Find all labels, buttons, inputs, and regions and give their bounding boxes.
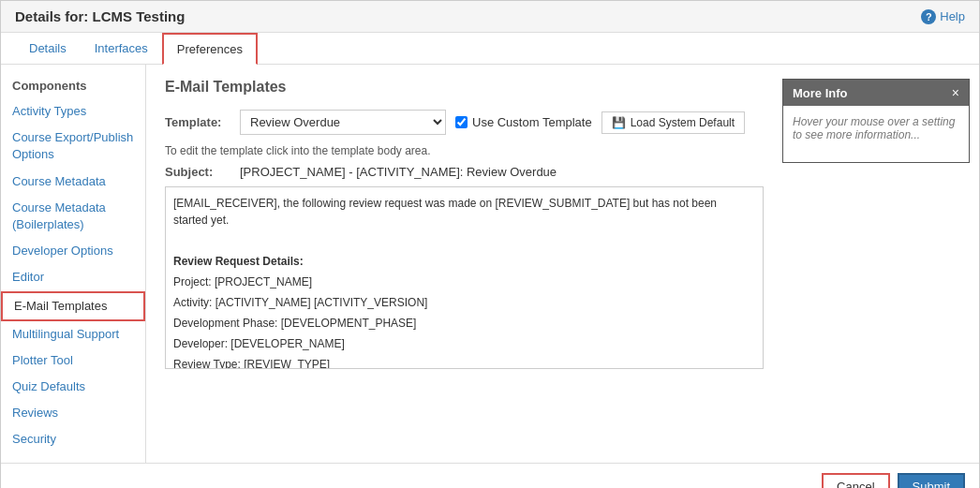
- tab-preferences[interactable]: Preferences: [162, 33, 258, 65]
- submit-button[interactable]: Submit: [898, 473, 965, 488]
- page-wrapper: Details for: LCMS Testing ? Help Details…: [0, 0, 980, 488]
- content-area: E-Mail Templates Template: Review Overdu…: [146, 65, 782, 463]
- floppy-icon: 💾: [612, 116, 626, 129]
- sidebar-item-course-metadata-bp[interactable]: Course Metadata (Boilerplates): [1, 195, 145, 238]
- sidebar-item-developer-options[interactable]: Developer Options: [1, 238, 145, 264]
- sidebar-item-plotter-tool[interactable]: Plotter Tool: [1, 348, 145, 374]
- load-default-button[interactable]: 💾 Load System Default: [601, 111, 745, 134]
- body-line-1: [EMAIL_RECEIVER], the following review r…: [173, 195, 744, 229]
- sidebar-item-course-metadata[interactable]: Course Metadata: [1, 169, 145, 195]
- page-header: Details for: LCMS Testing ? Help: [1, 1, 979, 33]
- sidebar-item-reviews[interactable]: Reviews: [1, 400, 145, 426]
- sidebar-item-email-templates[interactable]: E-Mail Templates: [1, 291, 145, 321]
- template-row: Template: Review Overdue Review Complete…: [165, 110, 764, 135]
- section-title: E-Mail Templates: [165, 79, 764, 96]
- tab-interfaces[interactable]: Interfaces: [81, 33, 162, 65]
- more-info-title: More Info: [793, 86, 848, 100]
- tabs-bar: Details Interfaces Preferences: [1, 33, 979, 65]
- sidebar-item-multilingual[interactable]: Multilingual Support: [1, 321, 145, 348]
- more-info-header: More Info ×: [783, 80, 969, 106]
- body-line-2: [173, 232, 744, 249]
- help-button[interactable]: ? Help: [921, 9, 965, 24]
- template-body-container: [EMAIL_RECEIVER], the following review r…: [165, 186, 764, 369]
- template-select[interactable]: Review Overdue Review Complete Review As…: [240, 110, 446, 135]
- tab-details[interactable]: Details: [15, 33, 81, 65]
- body-line-3: Review Request Details:: [173, 253, 744, 270]
- sidebar-section-title: Components: [1, 74, 145, 98]
- body-line-4: Project: [PROJECT_NAME]: [173, 274, 744, 290]
- sidebar-item-course-export[interactable]: Course Export/Publish Options: [1, 125, 145, 168]
- help-label: Help: [940, 9, 965, 23]
- body-line-7: Developer: [DEVELOPER_NAME]: [173, 335, 744, 352]
- more-info-panel: More Info × Hover your mouse over a sett…: [782, 79, 970, 163]
- main-content: Components Activity Types Course Export/…: [1, 65, 979, 463]
- footer-buttons: Cancel Submit: [1, 463, 979, 488]
- body-line-8: Review Type: [REVIEW_TYPE]: [173, 356, 744, 368]
- page-title: Details for: LCMS Testing: [15, 8, 185, 24]
- body-line-5: Activity: [ACTIVITY_NAME] [ACTIVITY_VERS…: [173, 294, 744, 311]
- sidebar: Components Activity Types Course Export/…: [1, 65, 146, 463]
- more-info-close-button[interactable]: ×: [952, 85, 959, 100]
- sidebar-item-editor[interactable]: Editor: [1, 264, 145, 290]
- subject-value: [PROJECT_NAME] - [ACTIVITY_NAME]: Review…: [240, 165, 557, 179]
- sidebar-item-security[interactable]: Security: [1, 426, 145, 452]
- body-line-6: Development Phase: [DEVELOPMENT_PHASE]: [173, 315, 744, 332]
- more-info-body: Hover your mouse over a setting to see m…: [783, 106, 969, 162]
- load-default-label: Load System Default: [631, 116, 735, 129]
- sidebar-item-quiz-defaults[interactable]: Quiz Defaults: [1, 374, 145, 400]
- use-custom-checkbox[interactable]: [455, 116, 468, 128]
- help-icon: ?: [921, 9, 936, 24]
- subject-row: Subject: [PROJECT_NAME] - [ACTIVITY_NAME…: [165, 165, 764, 179]
- use-custom-text: Use Custom Template: [472, 115, 592, 129]
- use-custom-label[interactable]: Use Custom Template: [455, 115, 592, 129]
- edit-hint: To edit the template click into the temp…: [165, 144, 764, 157]
- sidebar-item-activity-types[interactable]: Activity Types: [1, 98, 145, 125]
- template-body[interactable]: [EMAIL_RECEIVER], the following review r…: [166, 187, 751, 368]
- cancel-button[interactable]: Cancel: [822, 473, 889, 488]
- template-label: Template:: [165, 115, 230, 129]
- subject-label: Subject:: [165, 165, 230, 179]
